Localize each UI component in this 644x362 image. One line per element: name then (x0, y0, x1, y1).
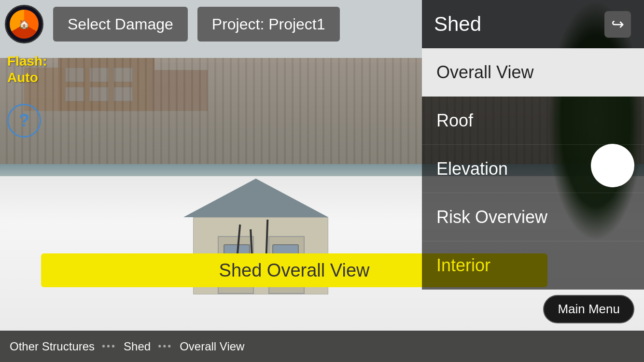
menu-item-interior-label: Interior (436, 255, 490, 276)
help-button[interactable]: ? (7, 104, 41, 138)
main-menu-button[interactable]: Main Menu (543, 295, 634, 323)
flash-indicator: Flash: Auto (7, 53, 47, 85)
capture-button[interactable] (591, 144, 634, 187)
flash-value: Auto (7, 70, 38, 85)
breadcrumb-other-structures: Other Structures (10, 340, 95, 353)
logo-circle: 🏠 (5, 5, 43, 43)
logo: 🏠 (0, 0, 48, 48)
menu-item-overall-view-label: Overall View (436, 62, 533, 83)
help-icon: ? (19, 111, 29, 131)
menu-item-overall-view[interactable]: Overall View (422, 48, 644, 97)
breadcrumb-overall-view: Overall View (180, 340, 244, 353)
menu-item-elevation-label: Elevation (436, 159, 508, 179)
right-panel: Shed ↩ Overall View Roof Elevation Risk … (422, 0, 644, 331)
breadcrumb-bar: Other Structures ••• Shed ••• Overall Vi… (0, 331, 644, 362)
shed-title: Shed (434, 13, 481, 36)
breadcrumb-dots-2: ••• (158, 341, 172, 352)
project-button[interactable]: Project: Project1 (197, 7, 340, 42)
breadcrumb-dots-1: ••• (102, 341, 116, 352)
back-button[interactable]: ↩ (603, 10, 632, 39)
menu-item-roof-label: Roof (436, 111, 473, 131)
menu-item-roof[interactable]: Roof (422, 97, 644, 145)
menu-item-risk-overview-label: Risk Overview (436, 207, 547, 227)
menu-item-risk-overview[interactable]: Risk Overview (422, 193, 644, 241)
select-damage-button[interactable]: Select Damage (53, 7, 188, 42)
menu-item-interior[interactable]: Interior (422, 241, 644, 290)
breadcrumb-shed: Shed (124, 340, 151, 353)
yellow-banner-text: Shed Overall View (219, 260, 370, 281)
logo-house-icon: 🏠 (19, 19, 29, 29)
logo-inner: 🏠 (10, 10, 39, 39)
flash-label: Flash: (7, 54, 47, 69)
back-arrow-container: ↩ (604, 11, 631, 38)
shed-header: Shed ↩ (422, 0, 644, 48)
back-arrow-icon: ↩ (611, 15, 624, 33)
shed-roof (183, 179, 328, 217)
